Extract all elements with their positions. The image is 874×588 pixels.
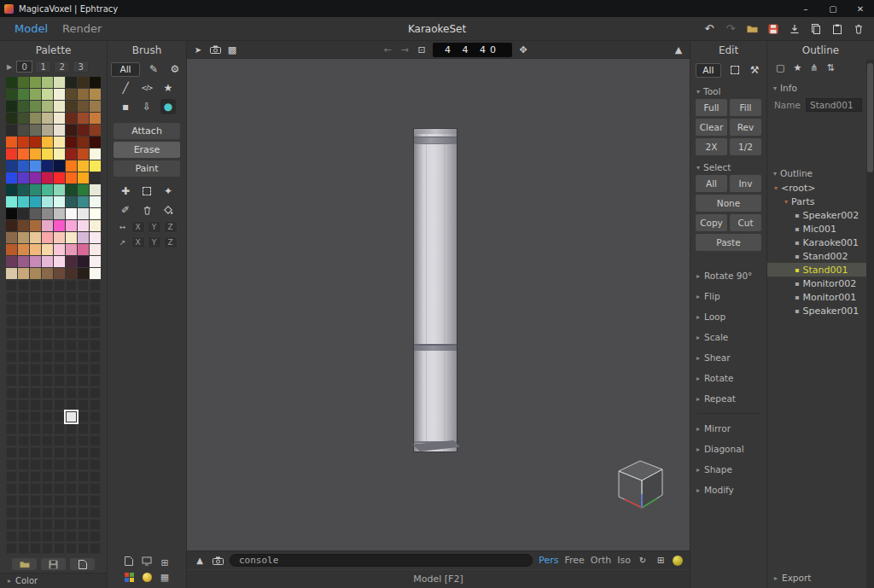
palette-cell[interactable]	[66, 232, 77, 243]
copy-button[interactable]: Copy	[696, 214, 727, 231]
palette-cell[interactable]	[18, 387, 29, 399]
palette-cell[interactable]	[90, 364, 101, 375]
axis-x-button[interactable]: X	[131, 236, 145, 248]
palette-cell[interactable]	[42, 352, 53, 363]
palette-cell[interactable]	[6, 316, 17, 327]
palette-cell[interactable]	[42, 244, 53, 255]
palette-cell[interactable]	[54, 519, 65, 530]
palette-cell[interactable]	[90, 208, 101, 219]
palette-cell[interactable]	[78, 220, 89, 231]
palette-cell[interactable]	[90, 471, 101, 482]
palette-cell[interactable]	[42, 125, 53, 136]
export-download-icon[interactable]	[788, 22, 801, 36]
palette-cell[interactable]	[90, 172, 101, 183]
palette-cell[interactable]	[30, 148, 41, 160]
console-toggle-icon[interactable]: ▲	[194, 556, 206, 565]
palette-cell[interactable]	[90, 148, 101, 160]
modify-section-toggle[interactable]: ▸Modify	[690, 480, 766, 500]
palette-cell[interactable]	[30, 292, 41, 303]
palette-cell[interactable]	[90, 352, 101, 363]
orientation-cube[interactable]	[608, 451, 671, 518]
viewport[interactable]: ➤ ▩ ← → ⊡ 4 4 40 ✥ ▲	[187, 41, 690, 588]
palette-cell[interactable]	[30, 172, 41, 183]
palette-cell[interactable]	[66, 352, 77, 363]
palette-cell[interactable]	[6, 113, 17, 124]
pattern-brush-icon[interactable]: </>	[139, 80, 154, 96]
info-section-toggle[interactable]: ▾ Info	[767, 79, 874, 96]
palette-cell[interactable]	[6, 519, 17, 530]
palette-cell[interactable]	[90, 137, 101, 148]
crop-icon[interactable]: ⊡	[416, 44, 428, 55]
world-sphere-icon[interactable]	[673, 556, 683, 566]
cube-small-icon[interactable]: ▦	[160, 572, 169, 583]
console-input[interactable]	[230, 554, 533, 567]
palette-cell[interactable]	[78, 328, 89, 339]
palette-cell[interactable]	[6, 184, 17, 195]
palette-cell[interactable]	[6, 459, 17, 470]
tab-model[interactable]: Model	[15, 22, 48, 35]
viewport-canvas[interactable]	[187, 59, 690, 550]
palette-cell[interactable]	[54, 531, 65, 542]
palette-cell[interactable]	[30, 137, 41, 148]
palette-cell[interactable]	[42, 483, 53, 494]
save-icon[interactable]	[766, 22, 780, 36]
palette-cell[interactable]	[78, 471, 89, 482]
palette-cell[interactable]	[6, 89, 17, 100]
palette-cell[interactable]	[66, 268, 77, 279]
select-none-button[interactable]: None	[696, 195, 761, 212]
half-button[interactable]: 1/2	[730, 138, 761, 155]
palette-cell[interactable]	[42, 137, 53, 148]
palette-cell[interactable]	[6, 256, 17, 267]
palette-cell[interactable]	[90, 244, 101, 255]
palette-cell[interactable]	[18, 435, 29, 446]
palette-cell[interactable]	[90, 459, 101, 470]
tree-node-speaker001[interactable]: ▪ Speaker001	[767, 304, 874, 317]
palette-cell[interactable]	[30, 364, 41, 375]
palette-cell[interactable]	[30, 113, 41, 124]
frames-tool-icon[interactable]: ▩	[226, 44, 238, 55]
palette-cell[interactable]	[78, 423, 89, 434]
palette-cell[interactable]	[18, 328, 29, 339]
caret-down-icon[interactable]: ▾	[774, 184, 778, 192]
view-mode-iso[interactable]: Iso	[617, 555, 631, 566]
palette-cell[interactable]	[6, 447, 17, 458]
palette-cell[interactable]	[42, 471, 53, 482]
scale-section-toggle[interactable]: ▸Scale	[690, 327, 766, 347]
palette-cell[interactable]	[90, 399, 101, 410]
palette-cell[interactable]	[54, 328, 65, 339]
palette-cell[interactable]	[42, 196, 53, 207]
palette-cell[interactable]	[90, 411, 101, 422]
palette-cell[interactable]	[78, 89, 89, 100]
diagonal-section-toggle[interactable]: ▸Diagonal	[690, 439, 766, 459]
palette-cell[interactable]	[90, 447, 101, 458]
palette-cell[interactable]	[78, 101, 89, 112]
palette-cell[interactable]	[90, 507, 101, 518]
palette-cell[interactable]	[6, 196, 17, 207]
palette-cell[interactable]	[78, 304, 89, 315]
palette-cell[interactable]	[90, 304, 101, 315]
palette-cell[interactable]	[42, 148, 53, 160]
palette-cell[interactable]	[18, 125, 29, 136]
palette-cell[interactable]	[90, 77, 101, 88]
palette-cell[interactable]	[30, 447, 41, 458]
trash-tool-icon[interactable]	[139, 202, 154, 218]
palette-cell[interactable]	[6, 376, 17, 387]
open-folder-icon[interactable]	[745, 22, 759, 36]
palette-cell[interactable]	[78, 184, 89, 195]
palette-cell[interactable]	[54, 232, 65, 243]
palette-tab-0[interactable]: 0	[16, 61, 32, 73]
palette-cell[interactable]	[6, 328, 17, 339]
palette-cell[interactable]	[54, 399, 65, 410]
palette-cell[interactable]	[30, 519, 41, 530]
palette-cell[interactable]	[66, 292, 77, 303]
palette-cell[interactable]	[18, 507, 29, 518]
select-section-toggle[interactable]: ▾ Select	[690, 158, 766, 175]
palette-cell[interactable]	[54, 101, 65, 112]
palette-cell[interactable]	[30, 208, 41, 219]
palette-cell[interactable]	[78, 232, 89, 243]
palette-cell[interactable]	[90, 340, 101, 351]
palette-cell[interactable]	[66, 89, 77, 100]
palette-cell[interactable]	[42, 172, 53, 183]
axis-z-button[interactable]: Z	[164, 236, 178, 248]
palette-cell[interactable]	[42, 495, 53, 506]
